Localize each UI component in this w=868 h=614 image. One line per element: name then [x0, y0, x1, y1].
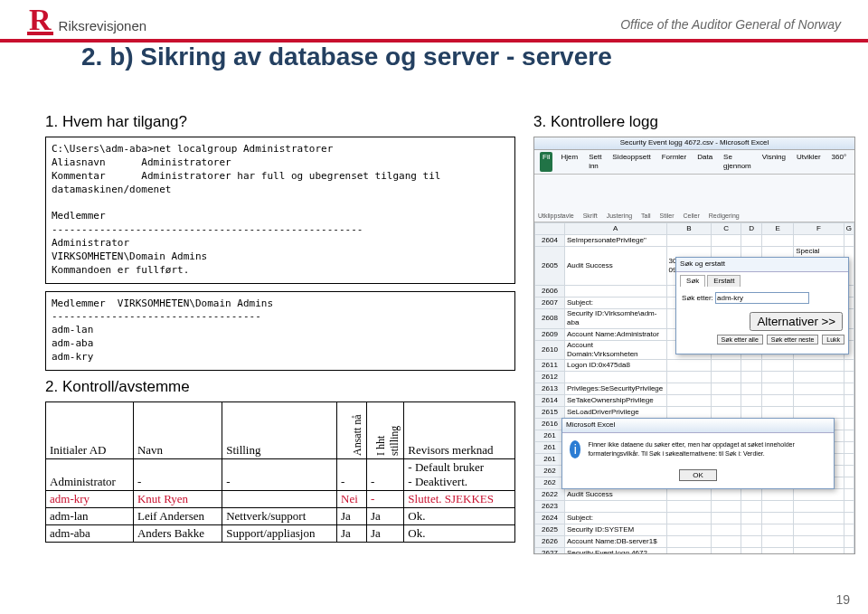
cell[interactable]: [761, 395, 793, 407]
cell[interactable]: [741, 513, 762, 524]
cell[interactable]: Security ID:SYSTEM: [565, 524, 667, 536]
cell[interactable]: [666, 395, 712, 407]
row-header[interactable]: 2610: [535, 340, 565, 360]
col-header[interactable]: C: [712, 223, 741, 235]
cell[interactable]: [794, 513, 844, 524]
cell[interactable]: Logon ID:0x475da8: [565, 360, 667, 372]
col-header[interactable]: B: [666, 223, 712, 235]
row-header[interactable]: 2624: [535, 513, 565, 524]
cell[interactable]: [565, 372, 667, 383]
row-header[interactable]: 2608: [535, 308, 565, 328]
row-header[interactable]: 262: [535, 466, 565, 477]
cell[interactable]: [844, 466, 854, 477]
cell[interactable]: [712, 501, 741, 513]
cell[interactable]: [844, 489, 854, 501]
cell[interactable]: [712, 360, 741, 372]
tab-search[interactable]: Søk: [680, 275, 705, 287]
cell[interactable]: [761, 360, 793, 372]
cell[interactable]: [761, 372, 793, 383]
cell[interactable]: Account Name:DB-server1$: [565, 536, 667, 548]
cell[interactable]: [565, 501, 667, 513]
cell[interactable]: [712, 524, 741, 536]
col-header[interactable]: F: [794, 223, 844, 235]
cell[interactable]: Security Event logg 4672: [565, 548, 667, 554]
cell[interactable]: [794, 407, 844, 419]
cell[interactable]: [794, 395, 844, 407]
cell[interactable]: Subject:: [565, 297, 667, 308]
row-header[interactable]: 2623: [535, 501, 565, 513]
cell[interactable]: [794, 235, 844, 247]
cell[interactable]: Audit Success: [565, 489, 667, 501]
cell[interactable]: [666, 360, 712, 372]
cell[interactable]: SeImpersonatePrivilege": [565, 235, 667, 247]
cell[interactable]: [741, 536, 762, 548]
cell[interactable]: [741, 407, 762, 419]
cell[interactable]: [712, 383, 741, 395]
cell[interactable]: [741, 360, 762, 372]
col-header[interactable]: G: [844, 223, 854, 235]
cell[interactable]: [712, 536, 741, 548]
cell[interactable]: Account Domain:Virksomheten: [565, 340, 667, 360]
cell[interactable]: [666, 513, 712, 524]
cell[interactable]: [761, 489, 793, 501]
find-replace-dialog[interactable]: Søk og erstatt Søk Erstatt Søk etter: Al…: [675, 257, 849, 354]
col-header[interactable]: D: [741, 223, 762, 235]
row-header[interactable]: 2626: [535, 536, 565, 548]
cell[interactable]: [741, 501, 762, 513]
cell[interactable]: [844, 430, 854, 442]
cell[interactable]: [666, 524, 712, 536]
row-header[interactable]: 2606: [535, 285, 565, 297]
cell[interactable]: [794, 360, 844, 372]
cell[interactable]: Privileges:SeSecurityPrivilege: [565, 383, 667, 395]
cell[interactable]: [761, 501, 793, 513]
row-header[interactable]: 261: [535, 442, 565, 454]
row-header[interactable]: 2612: [535, 372, 565, 383]
cell[interactable]: [794, 524, 844, 536]
cell[interactable]: [761, 548, 793, 554]
ribbon-tab[interactable]: Fil: [540, 152, 552, 173]
row-header[interactable]: 2607: [535, 297, 565, 308]
row-header[interactable]: 2616: [535, 419, 565, 430]
cell[interactable]: [761, 235, 793, 247]
cell[interactable]: [761, 524, 793, 536]
cell[interactable]: [844, 513, 854, 524]
cell[interactable]: [761, 536, 793, 548]
cell[interactable]: [565, 285, 667, 297]
cell[interactable]: [666, 372, 712, 383]
cell[interactable]: [712, 395, 741, 407]
ribbon-tab[interactable]: Utvikler: [794, 152, 824, 173]
row-header[interactable]: 2615: [535, 407, 565, 419]
find-input[interactable]: [715, 292, 809, 304]
cell[interactable]: [666, 489, 712, 501]
tab-replace[interactable]: Erstatt: [707, 275, 741, 287]
cell[interactable]: [844, 383, 854, 395]
cell[interactable]: [844, 442, 854, 454]
cell[interactable]: [794, 383, 844, 395]
close-button[interactable]: Lukk: [822, 335, 844, 345]
cell[interactable]: [844, 235, 854, 247]
row-header[interactable]: 2609: [535, 328, 565, 340]
ribbon-tab[interactable]: Sideoppsett: [609, 152, 653, 173]
cell[interactable]: [666, 536, 712, 548]
cell[interactable]: [761, 383, 793, 395]
row-header[interactable]: 2614: [535, 395, 565, 407]
cell[interactable]: [844, 477, 854, 489]
find-next-button[interactable]: Søk etter neste: [767, 335, 818, 345]
message-dialog[interactable]: Microsoft Excel i Finner ikke dataene du…: [561, 418, 835, 488]
cell[interactable]: SeLoadDriverPrivilege: [565, 407, 667, 419]
options-button[interactable]: Alternativer >>: [750, 312, 843, 331]
cell[interactable]: [844, 501, 854, 513]
cell[interactable]: [741, 548, 762, 554]
cell[interactable]: [666, 548, 712, 554]
cell[interactable]: [844, 419, 854, 430]
cell[interactable]: Subject:: [565, 513, 667, 524]
cell[interactable]: [844, 524, 854, 536]
cell[interactable]: [761, 513, 793, 524]
cell[interactable]: [844, 454, 854, 466]
row-header[interactable]: 2611: [535, 360, 565, 372]
row-header[interactable]: 2604: [535, 235, 565, 247]
cell[interactable]: [844, 372, 854, 383]
cell[interactable]: [844, 548, 854, 554]
cell[interactable]: [794, 536, 844, 548]
cell[interactable]: [761, 407, 793, 419]
